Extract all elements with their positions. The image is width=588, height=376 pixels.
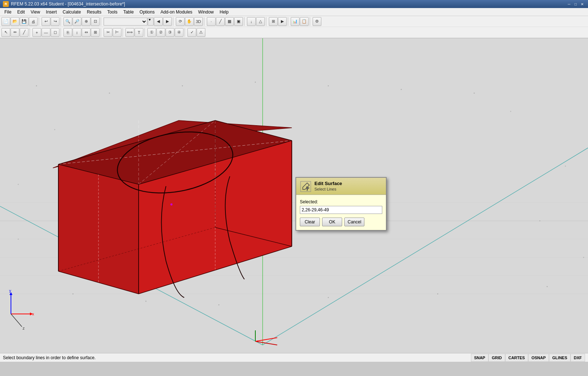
tb-back[interactable]: ◀ bbox=[154, 17, 163, 26]
svg-point-13 bbox=[255, 82, 256, 83]
tb-extend[interactable]: ⊢ bbox=[113, 28, 121, 37]
tb-table-view[interactable]: 📋 bbox=[300, 17, 309, 26]
tb-dimension[interactable]: ⟺ bbox=[125, 28, 134, 37]
tb-pan[interactable]: ✋ bbox=[185, 17, 194, 26]
toolbar-row-1: 📄 📂 💾 🖨 ↩ ↪ 🔍 🔎 ⊕ ⊡ ▼ ◀ ▶ ⟳ ✋ 3D · ╱ ▦ ▣… bbox=[0, 16, 588, 27]
cancel-button[interactable]: Cancel bbox=[344, 218, 364, 226]
menu-options[interactable]: Options bbox=[137, 9, 158, 15]
menu-addon[interactable]: Add-on Modules bbox=[158, 9, 195, 15]
tb-zoom-all[interactable]: ⊕ bbox=[82, 17, 90, 26]
tb-surface-place[interactable]: ◻ bbox=[51, 28, 59, 37]
svg-point-20 bbox=[328, 297, 329, 298]
svg-point-11 bbox=[109, 93, 110, 94]
tb-text[interactable]: T bbox=[135, 28, 143, 37]
snap-button[interactable]: SNAP bbox=[471, 354, 489, 362]
tb-mirror[interactable]: ⇔ bbox=[82, 28, 90, 37]
svg-point-56 bbox=[170, 203, 173, 206]
tb-loads[interactable]: ↓ bbox=[247, 17, 256, 26]
tb-solids[interactable]: ▣ bbox=[234, 17, 243, 26]
cartes-button[interactable]: CARTES bbox=[505, 354, 528, 362]
svg-point-17 bbox=[73, 293, 74, 295]
title-bar: R RFEM 5.22.03 x64 Student - [004634_int… bbox=[0, 0, 588, 8]
dialog-buttons: Clear OK Cancel bbox=[300, 218, 382, 226]
tb-results-view[interactable]: 📊 bbox=[291, 17, 299, 26]
selected-input[interactable] bbox=[300, 206, 382, 214]
osnap-button[interactable]: OSNAP bbox=[528, 354, 549, 362]
tb-check[interactable]: ✓ bbox=[187, 28, 196, 37]
tb-view2[interactable]: ② bbox=[156, 28, 165, 37]
tb-mesh[interactable]: ⊞ bbox=[269, 17, 278, 26]
view-combo[interactable] bbox=[104, 18, 147, 26]
tb-view4[interactable]: ④ bbox=[175, 28, 183, 37]
edit-surface-dialog: Edit Surface Select Lines Selected: Clea… bbox=[295, 177, 387, 231]
tb-save[interactable]: 💾 bbox=[20, 17, 28, 26]
tb-forward[interactable]: ▶ bbox=[163, 17, 172, 26]
svg-point-18 bbox=[146, 301, 147, 302]
tb-pencil[interactable]: ✏ bbox=[11, 28, 19, 37]
menu-edit[interactable]: Edit bbox=[14, 9, 28, 15]
tb-copy[interactable]: ⎘ bbox=[63, 28, 72, 37]
ok-button[interactable]: OK bbox=[322, 218, 342, 226]
menu-file[interactable]: File bbox=[1, 9, 14, 15]
tb-line-place[interactable]: — bbox=[42, 28, 50, 37]
tb-lines[interactable]: ╱ bbox=[216, 17, 225, 26]
tb-view3[interactable]: ③ bbox=[166, 28, 174, 37]
tb-zoom-out[interactable]: 🔎 bbox=[73, 17, 81, 26]
clear-button[interactable]: Clear bbox=[300, 218, 320, 226]
tb-error[interactable]: ⚠ bbox=[197, 28, 205, 37]
title-bar-controls[interactable]: ─ □ ✕ bbox=[566, 1, 585, 7]
app-icon: R bbox=[3, 1, 9, 7]
svg-point-25 bbox=[18, 184, 19, 185]
tb-select[interactable]: ↖ bbox=[1, 28, 10, 37]
svg-point-29 bbox=[18, 239, 19, 240]
svg-point-23 bbox=[54, 129, 55, 130]
tb-view1[interactable]: ① bbox=[147, 28, 156, 37]
tb-zoom-select[interactable]: ⊡ bbox=[91, 17, 100, 26]
grid-button[interactable]: GRID bbox=[488, 354, 505, 362]
menu-table[interactable]: Table bbox=[120, 9, 137, 15]
menu-results[interactable]: Results bbox=[84, 9, 104, 15]
svg-point-22 bbox=[547, 286, 548, 287]
svg-point-30 bbox=[583, 257, 584, 258]
tb-settings[interactable]: ⚙ bbox=[313, 17, 321, 26]
status-message: Select boundary lines in order to define… bbox=[3, 355, 96, 360]
tb-nodes[interactable]: · bbox=[207, 17, 216, 26]
tb-open[interactable]: 📂 bbox=[11, 17, 19, 26]
menu-tools[interactable]: Tools bbox=[104, 9, 120, 15]
close-button[interactable]: ✕ bbox=[579, 1, 585, 7]
minimize-button[interactable]: ─ bbox=[566, 1, 572, 7]
svg-point-21 bbox=[437, 293, 438, 295]
svg-marker-70 bbox=[306, 187, 309, 191]
tb-rotate[interactable]: ⟳ bbox=[176, 17, 185, 26]
tb-surfaces[interactable]: ▦ bbox=[225, 17, 234, 26]
svg-text:z: z bbox=[23, 326, 25, 330]
tb-new[interactable]: 📄 bbox=[1, 17, 10, 26]
dxf-button[interactable]: DXF bbox=[570, 354, 585, 362]
menu-calculate[interactable]: Calculate bbox=[60, 9, 84, 15]
tb-3d[interactable]: 3D bbox=[194, 17, 203, 26]
tb-trim[interactable]: ✂ bbox=[104, 28, 112, 37]
svg-point-27 bbox=[565, 166, 566, 167]
tb-zoom-in[interactable]: 🔍 bbox=[63, 17, 72, 26]
tb-array[interactable]: ⊞ bbox=[91, 28, 100, 37]
tb-undo[interactable]: ↩ bbox=[42, 17, 50, 26]
menu-help[interactable]: Help bbox=[217, 9, 232, 15]
tb-redo[interactable]: ↪ bbox=[51, 17, 59, 26]
tb-run[interactable]: ▶ bbox=[278, 17, 287, 26]
tb-node-place[interactable]: + bbox=[32, 28, 41, 37]
tb-supports[interactable]: △ bbox=[256, 17, 265, 26]
tb-print[interactable]: 🖨 bbox=[29, 17, 38, 26]
menu-view[interactable]: View bbox=[28, 9, 43, 15]
menu-window[interactable]: Window bbox=[195, 9, 217, 15]
menu-insert[interactable]: Insert bbox=[43, 9, 60, 15]
window-title: RFEM 5.22.03 x64 Student - [004634_inter… bbox=[11, 1, 125, 7]
tb-move[interactable]: ↕ bbox=[73, 28, 81, 37]
view-combo-arrow[interactable]: ▼ bbox=[148, 18, 154, 26]
dialog-header: Edit Surface Select Lines bbox=[296, 178, 386, 195]
tb-line-draw[interactable]: ╱ bbox=[20, 28, 28, 37]
svg-point-12 bbox=[182, 85, 183, 87]
selected-label: Selected: bbox=[300, 199, 382, 204]
maximize-button[interactable]: □ bbox=[573, 1, 579, 7]
glines-button[interactable]: GLINES bbox=[549, 354, 570, 362]
svg-point-28 bbox=[539, 220, 541, 222]
